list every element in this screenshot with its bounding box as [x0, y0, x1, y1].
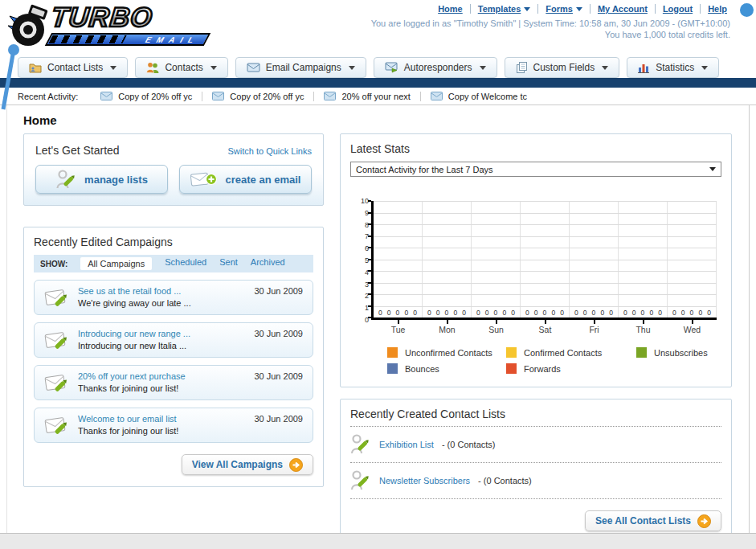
- data-value-label: 0: [649, 309, 653, 317]
- envelope-icon: [100, 92, 112, 100]
- x-tick: Mon: [423, 320, 472, 334]
- tab-label: Custom Fields: [533, 62, 595, 73]
- contact-list-item[interactable]: Exhibition List - (0 Contacts): [350, 432, 721, 457]
- tab-email-campaigns[interactable]: Email Campaigns: [235, 57, 366, 78]
- campaign-filter[interactable]: Scheduled: [165, 257, 206, 270]
- recent-activity-item[interactable]: Copy of 20% off yc: [91, 92, 202, 101]
- recent-activity-item[interactable]: Copy of 20% off yc: [202, 92, 313, 101]
- chevron-down-icon: [480, 66, 486, 70]
- recent-activity-label: Recent Activity:: [18, 92, 78, 101]
- navy-divider-bar: [0, 78, 756, 88]
- logo-bar: EMAIL: [45, 33, 211, 46]
- pin-line-decoration: [0, 42, 24, 113]
- campaign-item[interactable]: 20% off your next purchase Thanks for jo…: [34, 365, 313, 400]
- chevron-down-icon: [524, 7, 530, 11]
- envelope-icon: [324, 92, 336, 100]
- tab-custom-fields[interactable]: Custom Fields: [505, 57, 620, 78]
- legend-swatch: [387, 363, 398, 374]
- data-value-label: 0: [387, 309, 391, 317]
- tab-contacts[interactable]: Contacts: [135, 57, 227, 78]
- person-pencil-icon: [350, 433, 371, 456]
- tab-autoresponders[interactable]: Autoresponders: [374, 57, 497, 78]
- data-value-label: 0: [658, 309, 662, 317]
- view-all-campaigns-button[interactable]: View All Campaigns: [182, 454, 313, 475]
- data-value-label: 0: [511, 309, 515, 317]
- envelope-icon: [212, 92, 224, 100]
- tab-contact-lists[interactable]: Contact Lists: [18, 57, 128, 78]
- nav-templates[interactable]: Templates: [470, 4, 531, 14]
- envelope-icon: [431, 92, 443, 100]
- recent-activity-item[interactable]: 20% off your next: [313, 92, 419, 101]
- person-pencil-icon: [350, 469, 371, 492]
- blue-circle-decoration: [740, 3, 754, 17]
- gridline: [374, 236, 717, 237]
- data-value-label: 0: [476, 309, 480, 317]
- x-tick-label: Sat: [521, 325, 570, 334]
- campaign-filter[interactable]: Sent: [219, 257, 238, 270]
- chevron-down-icon: [576, 7, 582, 11]
- get-started-title: Let's Get Started: [35, 144, 120, 157]
- data-value-label: 0: [632, 309, 636, 317]
- x-tick-mark: [398, 320, 399, 324]
- legend-label: Forwards: [524, 364, 561, 374]
- chevron-down-icon: [602, 66, 608, 70]
- nav-my-account[interactable]: My Account: [590, 4, 648, 14]
- campaign-title-link[interactable]: Introducing our new range ...: [78, 328, 190, 340]
- envelope-pencil-icon: [44, 329, 70, 351]
- campaigns-title: Recently Edited Campaigns: [34, 236, 313, 248]
- person-pencil-icon: [55, 169, 76, 190]
- tab-label: Contact Lists: [47, 62, 103, 73]
- data-value-label: 0: [404, 309, 408, 317]
- contact-list-items: Exhibition List - (0 Contacts) Newslette…: [350, 432, 721, 499]
- campaign-filter[interactable]: All Campaigns: [80, 257, 152, 270]
- data-value-label: 0: [534, 309, 538, 317]
- campaign-item[interactable]: Introducing our new range ... Introducin…: [34, 322, 313, 358]
- campaign-title-link[interactable]: 20% off your next purchase: [78, 371, 186, 383]
- see-all-contact-lists-button[interactable]: See All Contact Lists: [585, 510, 721, 531]
- data-value-label: 0: [525, 309, 529, 317]
- y-tick-mark: [368, 223, 371, 225]
- campaigns-filter-bar: SHOW: All CampaignsScheduledSentArchived: [34, 255, 313, 272]
- dotted-divider: [350, 498, 721, 499]
- contact-list-link[interactable]: Newsletter Subscribers: [379, 476, 470, 485]
- nav-help[interactable]: Help: [700, 4, 727, 14]
- campaign-item[interactable]: See us at the retail food ... We're givi…: [34, 280, 313, 315]
- campaign-filter[interactable]: Archived: [251, 257, 285, 270]
- page-title: Home: [23, 113, 749, 127]
- y-tick-mark: [368, 200, 371, 202]
- campaign-item[interactable]: Welcome to our email list Thanks for joi…: [34, 408, 313, 443]
- gridline: [374, 306, 717, 307]
- create-an-email-button[interactable]: create an email: [179, 165, 312, 194]
- gridline: [374, 213, 717, 214]
- nav-logout[interactable]: Logout: [655, 4, 693, 14]
- data-value-label: 0: [690, 309, 694, 317]
- data-value-label: 0: [413, 309, 417, 317]
- contact-list-detail: - (0 Contacts): [478, 476, 532, 485]
- switch-to-quick-links[interactable]: Switch to Quick Links: [227, 146, 312, 156]
- recent-activity-item[interactable]: Copy of Welcome tc: [420, 92, 537, 101]
- envelope-plus-icon: [190, 170, 218, 189]
- campaign-title-link[interactable]: Welcome to our email list: [78, 413, 178, 425]
- manage-lists-button[interactable]: manage lists: [35, 165, 168, 194]
- contact-list-link[interactable]: Exhibition List: [379, 440, 434, 449]
- campaign-date: 30 Jun 2009: [254, 323, 313, 338]
- data-value-label: 0: [485, 309, 489, 317]
- campaign-title-link[interactable]: See us at the retail food ...: [78, 285, 191, 297]
- tab-label: Autoresponders: [404, 62, 472, 73]
- data-value-label: 0: [609, 309, 613, 317]
- legend-swatch: [636, 347, 647, 358]
- chevron-down-icon: [701, 66, 708, 70]
- latest-stats-title: Latest Stats: [350, 142, 721, 155]
- contact-list-item[interactable]: Newsletter Subscribers - (0 Contacts): [350, 469, 721, 493]
- nav-home[interactable]: Home: [438, 4, 463, 14]
- data-value-label: 0: [672, 309, 676, 317]
- x-tick-mark: [545, 320, 546, 324]
- gridline: [374, 271, 717, 272]
- nav-forms[interactable]: Forms: [537, 4, 582, 14]
- tab-statistics[interactable]: Statistics: [627, 57, 719, 78]
- stats-activity-dropdown[interactable]: Contact Activity for the Last 7 Days: [350, 162, 721, 177]
- legend-label: Bounces: [405, 364, 439, 374]
- chart-legend: Unconfirmed ContactsConfirmed ContactsUn…: [387, 347, 721, 374]
- recently-created-contact-lists-panel: Recently Created Contact Lists Exhibitio…: [340, 399, 732, 533]
- chevron-down-icon: [349, 66, 355, 70]
